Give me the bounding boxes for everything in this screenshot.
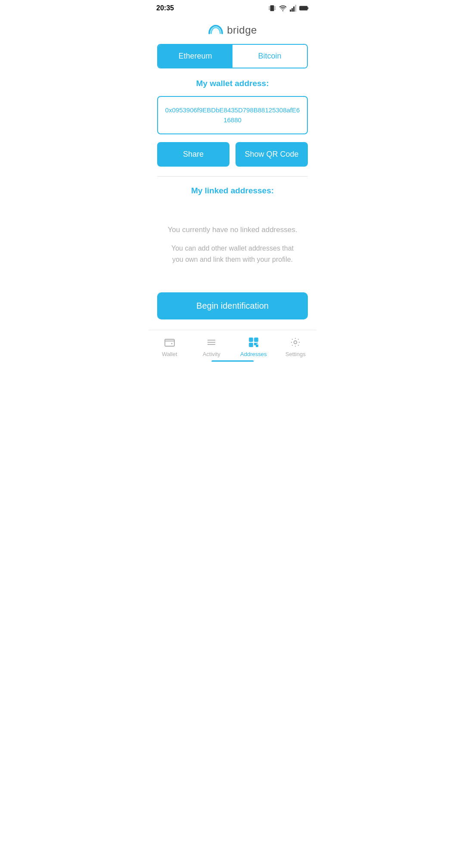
status-icons <box>268 4 309 12</box>
linked-addresses-title: My linked addresses: <box>157 186 308 195</box>
logo-text: bridge <box>227 24 257 36</box>
action-buttons: Share Show QR Code <box>157 142 308 167</box>
nav-item-wallet[interactable]: Wallet <box>149 330 191 362</box>
empty-secondary-text: You can add other wallet addresses that … <box>166 243 299 265</box>
empty-primary-text: You currently have no linked addresses. <box>168 226 298 234</box>
nav-label-settings: Settings <box>285 351 306 357</box>
svg-rect-20 <box>250 339 252 341</box>
addresses-nav-icon <box>248 336 260 348</box>
section-divider <box>157 176 308 177</box>
share-button[interactable]: Share <box>157 142 229 167</box>
empty-state: You currently have no linked addresses. … <box>157 208 308 282</box>
show-qr-button[interactable]: Show QR Code <box>236 142 308 167</box>
nav-label-wallet: Wallet <box>162 351 177 357</box>
svg-rect-0 <box>270 6 274 11</box>
wallet-nav-icon <box>164 336 176 348</box>
svg-rect-10 <box>295 5 296 12</box>
svg-rect-8 <box>291 8 293 12</box>
svg-rect-26 <box>256 345 258 347</box>
status-time: 20:35 <box>156 4 174 12</box>
svg-rect-14 <box>165 339 174 346</box>
nav-item-activity[interactable]: Activity <box>191 330 233 362</box>
active-indicator <box>211 360 254 362</box>
svg-rect-9 <box>293 6 294 12</box>
logo-icon <box>208 24 223 36</box>
settings-nav-icon <box>289 336 301 348</box>
tab-ethereum[interactable]: Ethereum <box>158 45 232 68</box>
nav-item-addresses[interactable]: Addresses <box>232 330 275 362</box>
svg-rect-13 <box>300 6 306 9</box>
svg-point-15 <box>171 343 172 344</box>
tab-switcher: Ethereum Bitcoin <box>157 44 308 68</box>
vibrate-icon <box>268 4 276 12</box>
app-header: bridge <box>149 15 316 44</box>
nav-item-settings[interactable]: Settings <box>275 330 317 362</box>
activity-nav-icon <box>205 336 217 348</box>
begin-identification-button[interactable]: Begin identification <box>157 292 308 319</box>
nav-label-activity: Activity <box>203 351 220 357</box>
svg-rect-24 <box>250 344 252 346</box>
wallet-address-display: 0x0953906f9EBDbE8435D798B88125308afE6168… <box>157 96 308 134</box>
bottom-nav: Wallet Activity Addresses <box>149 330 316 362</box>
status-bar: 20:35 <box>149 0 316 15</box>
main-content: My wallet address: 0x0953906f9EBDbE8435D… <box>149 68 316 292</box>
wifi-icon <box>279 5 287 12</box>
svg-point-29 <box>294 341 297 344</box>
svg-rect-12 <box>307 7 308 9</box>
wallet-address-title: My wallet address: <box>157 79 308 88</box>
battery-icon <box>299 5 309 11</box>
signal-icon <box>290 5 297 12</box>
svg-rect-22 <box>255 339 257 341</box>
tab-bitcoin[interactable]: Bitcoin <box>232 45 307 68</box>
svg-rect-7 <box>290 9 291 12</box>
nav-label-addresses: Addresses <box>240 351 267 357</box>
